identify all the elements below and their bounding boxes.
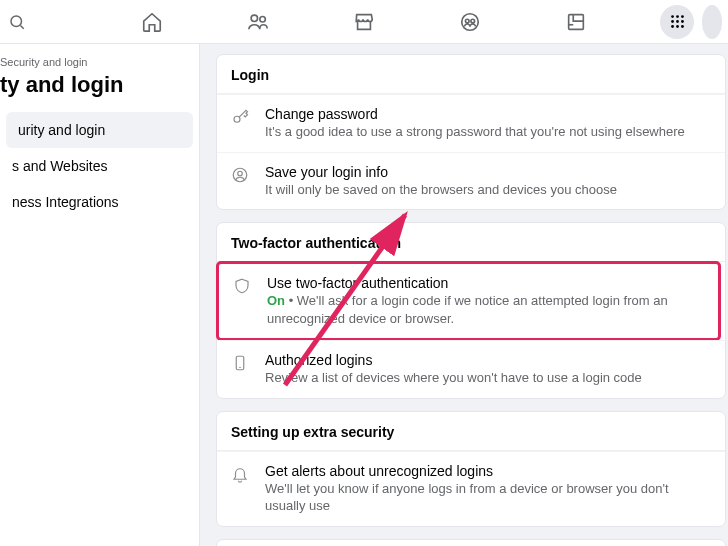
section-header: Two-factor authentication <box>217 223 725 262</box>
row-change-password[interactable]: Change password It's a good idea to use … <box>217 94 725 152</box>
search-icon[interactable] <box>8 13 26 31</box>
breadcrumb: Security and login <box>0 56 199 68</box>
row-login-alerts[interactable]: Get alerts about unrecognized logins We'… <box>217 451 725 526</box>
status-on: On <box>267 293 285 308</box>
sidebar-item-security[interactable]: urity and login <box>6 112 193 148</box>
row-desc: It's a good idea to use a strong passwor… <box>265 123 711 141</box>
row-authorized-logins[interactable]: Authorized logins Review a list of devic… <box>217 340 725 398</box>
row-title: Change password <box>265 106 711 122</box>
row-save-login[interactable]: Save your login info It will only be sav… <box>217 152 725 210</box>
user-icon <box>231 164 253 184</box>
shield-icon <box>233 275 255 295</box>
friends-icon[interactable] <box>247 11 269 33</box>
svg-point-3 <box>260 16 266 22</box>
groups-icon[interactable] <box>459 11 481 33</box>
row-desc: It will only be saved on the browsers an… <box>265 181 711 199</box>
row-title: Save your login info <box>265 164 711 180</box>
top-nav <box>0 0 728 44</box>
svg-point-10 <box>681 15 684 18</box>
svg-rect-7 <box>569 14 584 29</box>
svg-point-16 <box>681 25 684 28</box>
row-use-tfa[interactable]: Use two-factor authentication On • We'll… <box>216 261 721 341</box>
home-icon[interactable] <box>141 11 163 33</box>
svg-point-0 <box>11 16 22 27</box>
row-desc: On • We'll ask for a login code if we no… <box>267 292 704 327</box>
section-tfa: Two-factor authentication Use two-factor… <box>216 222 726 399</box>
row-desc: Review a list of devices where you won't… <box>265 369 711 387</box>
marketplace-icon[interactable] <box>353 11 375 33</box>
section-header: Setting up extra security <box>217 412 725 451</box>
svg-point-11 <box>671 20 674 23</box>
content-area: Login Change password It's a good idea t… <box>200 44 728 546</box>
row-title: Get alerts about unrecognized logins <box>265 463 711 479</box>
svg-point-8 <box>671 15 674 18</box>
menu-grid-icon[interactable] <box>660 5 694 39</box>
sidebar-item-apps[interactable]: s and Websites <box>0 148 199 184</box>
svg-point-14 <box>671 25 674 28</box>
svg-line-1 <box>20 25 23 28</box>
gaming-icon[interactable] <box>565 11 587 33</box>
section-advanced: Advanced Encrypted notification emails A… <box>216 539 726 546</box>
row-title: Use two-factor authentication <box>267 275 704 291</box>
key-icon <box>231 106 253 126</box>
sidebar-item-business[interactable]: ness Integrations <box>0 184 199 220</box>
page-title: ty and login <box>0 72 199 98</box>
svg-point-12 <box>676 20 679 23</box>
svg-point-13 <box>681 20 684 23</box>
section-header: Advanced <box>217 540 725 546</box>
section-extra-security: Setting up extra security Get alerts abo… <box>216 411 726 527</box>
row-desc: We'll let you know if anyone logs in fro… <box>265 480 711 515</box>
svg-point-4 <box>462 13 479 30</box>
svg-point-9 <box>676 15 679 18</box>
sidebar: Security and login ty and login urity an… <box>0 44 200 546</box>
phone-icon <box>231 352 253 372</box>
bell-icon <box>231 463 253 483</box>
account-icon[interactable] <box>702 5 722 39</box>
svg-point-6 <box>471 19 475 23</box>
svg-point-19 <box>238 171 243 176</box>
section-header: Login <box>217 55 725 94</box>
svg-point-5 <box>465 19 469 23</box>
svg-point-2 <box>251 15 257 21</box>
row-title: Authorized logins <box>265 352 711 368</box>
section-login: Login Change password It's a good idea t… <box>216 54 726 210</box>
svg-point-15 <box>676 25 679 28</box>
